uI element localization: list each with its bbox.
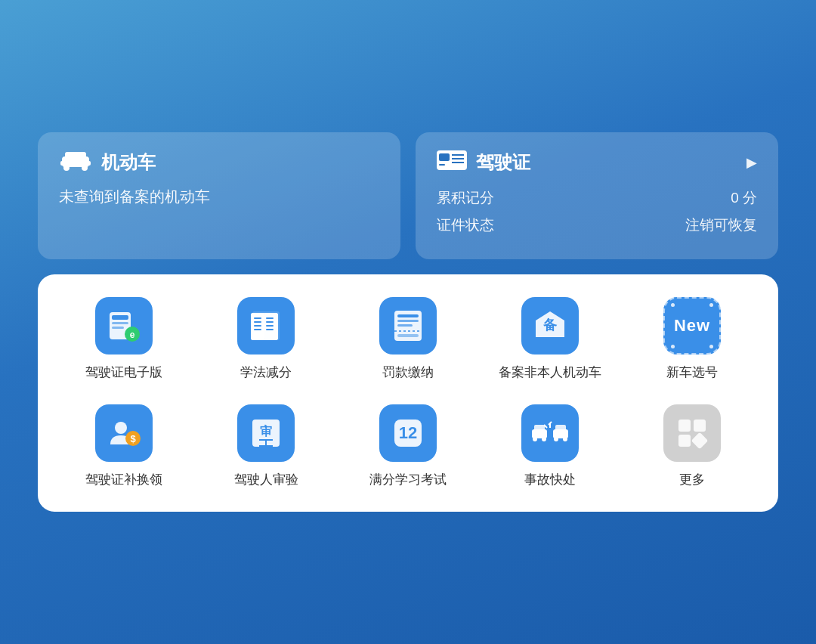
vehicle-card: 机动车 未查询到备案的机动车 [38, 132, 400, 259]
svg-point-55 [563, 437, 567, 441]
svg-text:审: 审 [260, 424, 272, 438]
svg-rect-7 [439, 153, 450, 161]
service-register-other[interactable]: 备 备案非本人机动车 [479, 297, 621, 382]
bottom-panel: e 驾驶证电子版 [38, 274, 778, 512]
license-status-row: 证件状态 注销可恢复 [437, 215, 757, 235]
study-reduce-icon-wrap [237, 297, 295, 355]
svg-rect-49 [534, 425, 545, 432]
vehicle-card-title-row: 机动车 [59, 149, 379, 176]
vehicle-card-title: 机动车 [101, 150, 156, 175]
license-title-row: 驾驶证 ▶ [437, 149, 757, 176]
new-plate-label: 新车选号 [666, 364, 718, 382]
vehicle-card-subtitle: 未查询到备案的机动车 [59, 187, 379, 207]
svg-point-2 [63, 165, 70, 171]
status-label: 证件状态 [437, 215, 494, 235]
svg-point-3 [82, 165, 88, 171]
svg-point-50 [533, 437, 537, 441]
svg-rect-28 [266, 325, 274, 327]
license-card-title: 驾驶证 [476, 150, 530, 175]
services-grid: e 驾驶证电子版 [53, 297, 763, 489]
svg-rect-13 [112, 315, 128, 320]
driving-license-e-icon-wrap: e [95, 297, 153, 355]
status-value: 注销可恢复 [685, 215, 757, 235]
renew-license-label: 驾驶证补换领 [85, 471, 162, 489]
svg-point-51 [542, 437, 546, 441]
service-study-reduce[interactable]: 学法减分 [195, 297, 337, 382]
svg-rect-15 [112, 327, 124, 329]
service-more[interactable]: 更多 [621, 404, 763, 489]
svg-rect-14 [112, 322, 128, 324]
svg-rect-23 [254, 321, 261, 323]
service-new-plate[interactable]: New 新车选号 [621, 297, 763, 382]
service-driving-license-e[interactable]: e 驾驶证电子版 [53, 297, 195, 382]
driving-license-e-label: 驾驶证电子版 [85, 364, 162, 382]
svg-rect-32 [397, 320, 419, 322]
new-plate-icon-wrap: New [663, 297, 721, 355]
more-label: 更多 [679, 471, 705, 489]
svg-rect-5 [88, 161, 91, 166]
renew-license-icon-wrap: $ [95, 404, 153, 462]
svg-rect-27 [266, 321, 274, 323]
driver-review-label: 驾驶人审验 [234, 471, 298, 489]
chevron-right-icon[interactable]: ▶ [746, 154, 757, 171]
svg-rect-24 [254, 325, 261, 327]
service-driver-review[interactable]: 审 驾驶人审验 [195, 404, 337, 489]
full-score-icon-wrap: 12 [379, 404, 437, 462]
license-icon [437, 149, 467, 176]
svg-point-38 [115, 422, 127, 434]
service-accident[interactable]: 事故快处 [479, 404, 621, 489]
pay-fine-icon-wrap [379, 297, 437, 355]
svg-rect-31 [397, 314, 419, 317]
points-label: 累积记分 [437, 188, 494, 208]
main-container: 机动车 未查询到备案的机动车 [38, 132, 778, 512]
accident-label: 事故快处 [524, 471, 576, 489]
svg-rect-35 [397, 334, 419, 337]
svg-rect-53 [555, 425, 566, 432]
svg-point-54 [554, 437, 558, 441]
more-icon-wrap [663, 404, 721, 462]
svg-text:备: 备 [542, 317, 558, 333]
svg-rect-33 [397, 324, 413, 327]
license-points-row: 累积记分 0 分 [437, 188, 757, 208]
svg-text:12: 12 [399, 423, 417, 442]
svg-rect-29 [266, 329, 274, 330]
svg-rect-4 [60, 161, 63, 166]
svg-rect-60 [694, 420, 706, 432]
study-reduce-label: 学法减分 [240, 364, 292, 382]
svg-rect-1 [65, 152, 86, 159]
license-title-left: 驾驶证 [437, 149, 530, 176]
svg-rect-26 [266, 317, 274, 319]
svg-rect-59 [678, 420, 691, 432]
svg-text:$: $ [130, 433, 136, 444]
svg-rect-62 [691, 432, 709, 450]
full-score-label: 满分学习考试 [369, 471, 447, 489]
driver-review-icon-wrap: 审 [237, 404, 295, 462]
service-renew-license[interactable]: $ 驾驶证补换领 [53, 404, 195, 489]
vehicle-icon [59, 149, 92, 176]
svg-rect-61 [678, 435, 691, 447]
top-row: 机动车 未查询到备案的机动车 [38, 132, 778, 259]
points-value: 0 分 [731, 188, 757, 208]
register-other-label: 备案非本人机动车 [499, 364, 601, 382]
pay-fine-label: 罚款缴纳 [382, 364, 434, 382]
svg-rect-25 [254, 329, 261, 330]
svg-rect-22 [254, 317, 261, 319]
svg-rect-11 [439, 164, 445, 166]
svg-text:e: e [130, 330, 135, 340]
new-label-text: New [674, 316, 710, 336]
service-full-score[interactable]: 12 满分学习考试 [337, 404, 479, 489]
register-other-icon-wrap: 备 [521, 297, 579, 355]
service-pay-fine[interactable]: 罚款缴纳 [337, 297, 479, 382]
license-card[interactable]: 驾驶证 ▶ 累积记分 0 分 证件状态 注销可恢复 [416, 132, 778, 259]
accident-icon-wrap [521, 404, 579, 462]
